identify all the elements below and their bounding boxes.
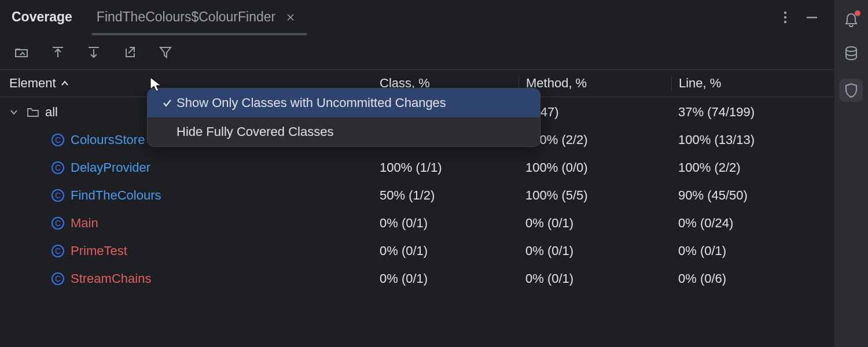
- class-icon: C: [51, 133, 65, 147]
- panel-title: Coverage: [12, 9, 72, 25]
- cell-line: 100% (13/13): [671, 132, 824, 147]
- svg-rect-7: [89, 47, 99, 48]
- element-name: StreamChains: [71, 271, 151, 286]
- element-name: ColoursStore: [71, 132, 145, 147]
- column-line[interactable]: Line, %: [671, 76, 824, 91]
- svg-point-20: [846, 47, 856, 51]
- table-row[interactable]: CMain0% (0/1)0% (0/1)0% (0/24): [0, 209, 833, 237]
- cell-line: 37% (74/199): [671, 105, 824, 120]
- notification-badge: [855, 10, 860, 16]
- cell-line: 0% (0/24): [671, 216, 824, 231]
- cell-class: 0% (0/1): [380, 271, 518, 286]
- import-icon[interactable]: [49, 43, 67, 61]
- class-icon: C: [51, 161, 65, 175]
- element-name: Main: [71, 216, 98, 231]
- database-icon[interactable]: [843, 45, 859, 61]
- class-icon: C: [51, 244, 65, 258]
- svg-point-1: [784, 16, 786, 18]
- svg-text:C: C: [55, 163, 61, 172]
- chevron-down-icon[interactable]: [9, 108, 21, 117]
- cell-method: 0% (0/1): [518, 243, 671, 259]
- cell-line: 100% (2/2): [671, 160, 824, 175]
- svg-point-2: [784, 20, 786, 23]
- check-icon: [158, 98, 176, 108]
- element-name: FindTheColours: [71, 188, 161, 203]
- tab-label: FindTheColours$ColourFinder: [97, 9, 275, 25]
- shield-icon[interactable]: [840, 79, 863, 102]
- cell-method: 100% (2/2): [518, 132, 671, 147]
- cell-class: 0% (0/1): [380, 243, 518, 259]
- svg-text:C: C: [55, 191, 61, 200]
- cell-class: 100% (1/1): [380, 160, 518, 175]
- cell-method: 100% (0/0): [518, 160, 671, 175]
- cell-line: 90% (45/50): [671, 188, 824, 203]
- sort-asc-icon: [61, 79, 69, 87]
- table-row[interactable]: CPrimeTest0% (0/1)0% (0/1)0% (0/1): [0, 237, 833, 265]
- column-method[interactable]: Method, %: [518, 76, 671, 91]
- class-icon: C: [51, 272, 65, 286]
- svg-rect-3: [807, 17, 817, 19]
- filter-icon[interactable]: [156, 43, 175, 61]
- cell-line: 0% (0/6): [671, 271, 824, 286]
- toolbar: [0, 35, 833, 69]
- navigate-up-icon[interactable]: [13, 43, 31, 61]
- cell-class: 0% (0/1): [380, 216, 518, 231]
- export-icon[interactable]: [84, 43, 103, 61]
- cell-method: 0% (0/1): [518, 271, 671, 286]
- svg-text:C: C: [55, 274, 61, 283]
- minimize-icon[interactable]: [802, 8, 822, 27]
- cell-method: 0% (0/1): [518, 216, 671, 231]
- class-icon: C: [51, 216, 65, 230]
- element-name: all: [45, 105, 58, 120]
- table-row[interactable]: CStreamChains0% (0/1)0% (0/1)0% (0/6): [0, 265, 833, 293]
- table-row[interactable]: CDelayProvider100% (1/1)100% (0/0)100% (…: [0, 154, 833, 182]
- close-icon[interactable]: [286, 13, 295, 22]
- right-sidebar: [833, 0, 868, 347]
- svg-text:C: C: [55, 135, 61, 145]
- cell-line: 0% (0/1): [671, 243, 824, 259]
- table-row[interactable]: CFindTheColours50% (1/2)100% (5/5)90% (4…: [0, 182, 833, 209]
- svg-rect-6: [53, 47, 63, 48]
- open-external-icon[interactable]: [120, 43, 139, 61]
- folder-icon: [27, 106, 39, 119]
- more-menu-icon[interactable]: [780, 8, 790, 27]
- cell-method: (8/47): [518, 105, 671, 120]
- element-name: DelayProvider: [71, 160, 150, 175]
- svg-text:C: C: [55, 219, 61, 228]
- tab-header: Coverage FindTheColours$ColourFinder: [0, 0, 833, 35]
- cell-class: 50% (1/2): [380, 188, 518, 203]
- notifications-icon[interactable]: [843, 12, 859, 28]
- filter-menu: Show Only Classes with Uncommitted Chang…: [147, 88, 540, 147]
- svg-point-0: [784, 11, 786, 13]
- cell-method: 100% (5/5): [518, 188, 671, 203]
- element-name: PrimeTest: [71, 243, 127, 259]
- tab-active[interactable]: FindTheColours$ColourFinder: [97, 0, 295, 35]
- menu-item-hide-covered[interactable]: Hide Fully Covered Classes: [148, 117, 540, 146]
- menu-item-show-uncommitted[interactable]: Show Only Classes with Uncommitted Chang…: [148, 88, 540, 117]
- class-icon: C: [51, 189, 65, 202]
- svg-text:C: C: [55, 246, 61, 256]
